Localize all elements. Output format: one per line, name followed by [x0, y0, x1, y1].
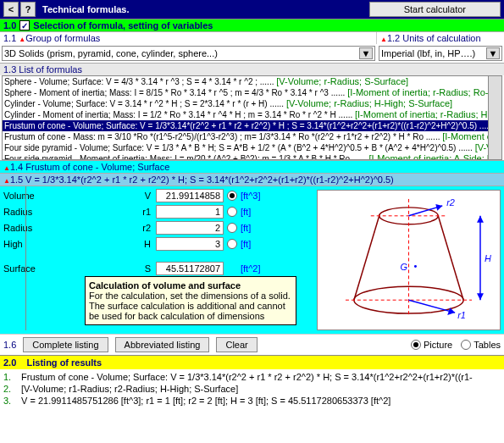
group-dropdown[interactable]: 3D Solids (prism, pyramid, cone, cylinde…: [2, 46, 375, 61]
formula-list[interactable]: Sphere - Volume; Surface: V = 4/3 * 3.14…: [2, 75, 502, 160]
formula-row[interactable]: Four side pyramid - Moment of inertia; M…: [3, 153, 501, 160]
picture-radio[interactable]: [411, 340, 421, 350]
var-input[interactable]: [156, 221, 224, 235]
dim-r2: r2: [446, 197, 455, 208]
decor-line: [25, 186, 26, 330]
var-input[interactable]: [156, 237, 224, 251]
var-name: Volume: [3, 191, 122, 201]
picture-label: Picture: [424, 340, 452, 350]
variables-area: VolumeV[ft^3]Radiusr1[ft]Radiusr2[ft]Hig…: [0, 186, 504, 334]
sec13-num: 1.3: [3, 64, 16, 75]
row-11-12: 1.1 ▲Group of formulas ▲1.2 Units of cal…: [0, 31, 504, 44]
var-symbol: S: [122, 263, 156, 274]
var-unit: [ft^2]: [241, 263, 261, 274]
variable-row: Radiusr1[ft]: [3, 204, 310, 219]
chevron-down-icon[interactable]: ▼: [486, 47, 500, 59]
results-list: 1. Frustum of cone - Volume; Surface: V …: [0, 369, 504, 408]
var-unit: [ft]: [241, 207, 251, 217]
svg-marker-9: [477, 293, 484, 300]
window-title: Technical formulas.: [42, 4, 130, 14]
section-1-num: 1.0: [3, 20, 16, 30]
sec15-num: 1.5: [10, 174, 23, 185]
button-row-16: 1.6 Complete listing Abbreviated listing…: [0, 334, 504, 355]
chevron-down-icon[interactable]: ▼: [359, 47, 373, 59]
sec15-header: ▲1.5 V = 1/3*3.14*(r2^2 + r1 * r2 + r2^2…: [0, 173, 504, 186]
help-button[interactable]: ?: [20, 2, 36, 17]
units-dropdown-value: Imperial (lbf, in, HP….): [381, 48, 475, 58]
tables-label: Tables: [474, 340, 501, 350]
tri-icon: ▲: [3, 177, 10, 185]
titlebar: < ? Technical formulas. Start calculator: [0, 0, 504, 19]
section-1-label: Selection of formula, setting of variabl…: [33, 20, 213, 30]
back-button[interactable]: <: [3, 2, 19, 17]
var-radio[interactable]: [227, 207, 237, 217]
frustum-diagram: H r2 r1 G: [318, 191, 500, 329]
var-name: Radius: [3, 223, 122, 233]
formula-row[interactable]: Frustum of cone - Mass: m = 3/10 *Ro *(r…: [3, 131, 501, 142]
diagram-panel: H r2 r1 G: [317, 190, 501, 330]
sec14-header: ▲1.4 Frustum of cone - Volume; Surface: [0, 160, 504, 173]
complete-listing-button[interactable]: Complete listing: [23, 337, 108, 352]
start-calculator-button[interactable]: Start calculator: [369, 2, 501, 17]
var-radio[interactable]: [227, 239, 237, 249]
surface-row: SurfaceS[ft^2]: [3, 261, 310, 276]
var-input[interactable]: [156, 205, 224, 219]
var-input[interactable]: [156, 262, 224, 275]
sec14-label: Frustum of cone - Volume; Surface: [25, 162, 169, 172]
variable-row: VolumeV[ft^3]: [3, 188, 310, 203]
sec12-label: Units of calculation: [402, 33, 480, 43]
var-radio[interactable]: [227, 223, 237, 233]
sec11-num: 1.1: [3, 33, 16, 43]
dim-r1: r1: [457, 310, 466, 320]
tri-icon: ▲: [380, 36, 387, 43]
tooltip-title: Calculation of volume and surface: [89, 280, 292, 291]
svg-line-12: [409, 300, 456, 313]
var-unit: [ft]: [241, 239, 251, 249]
sec15-formula: V = 1/3*3.14*(r2^2 + r1 * r2 + r2^2) * H…: [25, 174, 394, 185]
group-dropdown-value: 3D Solids (prism, pyramid, cone, cylinde…: [4, 48, 218, 58]
tooltip: Calculation of volume and surface For th…: [85, 276, 296, 325]
var-name: Radius: [3, 207, 122, 217]
sec13-header: 1.3 List of formulas: [0, 63, 504, 75]
var-radio[interactable]: [227, 191, 237, 201]
var-unit: [ft^3]: [241, 191, 261, 201]
variable-row: HighH[ft]: [3, 236, 310, 252]
tooltip-body: For the calculation, set the dimensions …: [89, 291, 292, 321]
svg-marker-8: [477, 216, 484, 223]
formula-row[interactable]: Cylinder - Moment of inertia; Mass: I = …: [3, 109, 501, 120]
var-unit: [ft]: [241, 223, 251, 233]
formula-row[interactable]: Four side pyramid - Volume; Surface: V =…: [3, 142, 501, 153]
var-symbol: V: [122, 191, 156, 201]
svg-line-3: [438, 216, 463, 300]
var-input[interactable]: [156, 189, 224, 202]
var-name: High: [3, 239, 122, 249]
dim-G: G: [401, 262, 408, 272]
sec12-num: 1.2: [387, 33, 400, 43]
abbreviated-listing-button[interactable]: Abbreviated listing: [115, 337, 210, 352]
svg-line-2: [354, 216, 379, 300]
svg-point-14: [414, 265, 417, 268]
formula-row[interactable]: Sphere - Volume; Surface: V = 4/3 * 3.14…: [3, 76, 501, 87]
section-1-checkbox[interactable]: [19, 20, 30, 30]
dim-H: H: [485, 253, 491, 263]
tri-icon: ▲: [3, 164, 10, 172]
svg-marker-11: [435, 204, 442, 211]
var-name: Surface: [3, 263, 122, 274]
formula-row[interactable]: Frustum of cone - Volume; Surface: V = 1…: [3, 120, 501, 131]
formula-row[interactable]: Cylinder - Volume; Surface: V = 3.14 * r…: [3, 98, 501, 109]
sec13-label: List of formulas: [19, 64, 82, 75]
var-symbol: r1: [122, 207, 156, 217]
variable-row: Radiusr2[ft]: [3, 220, 310, 235]
formula-row[interactable]: Sphere - Moment of inertia; Mass: I = 8/…: [3, 87, 501, 98]
section-1-header: 1.0 Selection of formula, setting of var…: [0, 19, 504, 31]
tables-radio[interactable]: [461, 340, 471, 350]
var-symbol: H: [122, 239, 156, 249]
var-symbol: r2: [122, 223, 156, 233]
scrollbar-v[interactable]: [488, 76, 501, 159]
result-row: 3. V = 21.9911485751286 [ft^3]; r1 = 1 […: [3, 395, 501, 407]
result-row: 2. [V-Volume; r1-Radius; r2-Radius; H-Hi…: [3, 383, 501, 395]
result-row: 1. Frustum of cone - Volume; Surface: V …: [3, 371, 501, 383]
units-dropdown[interactable]: Imperial (lbf, in, HP….)▼: [379, 46, 502, 61]
sec14-num: 1.4: [10, 162, 23, 172]
clear-button[interactable]: Clear: [216, 337, 257, 352]
